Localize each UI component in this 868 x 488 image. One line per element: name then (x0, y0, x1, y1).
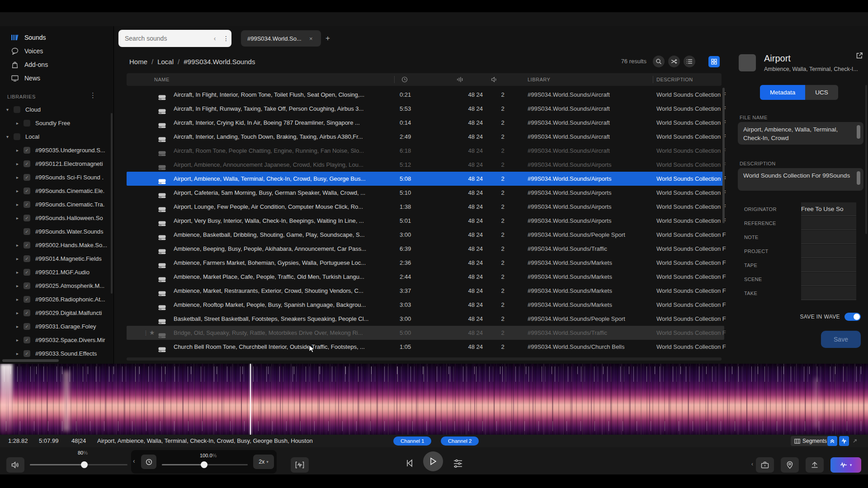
new-tab-button[interactable] (323, 33, 333, 43)
library-tree-item[interactable]: #99Sounds Sci-Fi Sound . (0, 170, 114, 184)
library-tree-item[interactable]: #99Sounds.Cinematic.Ele. (0, 184, 114, 197)
column-header-description[interactable]: DESCRIPTION (656, 73, 693, 86)
metadata-input[interactable] (801, 216, 856, 230)
tab-metadata[interactable]: Metadata (760, 85, 805, 100)
table-row[interactable]: Airport, Cafeteria, 5am Morning, Busy, G… (127, 186, 724, 200)
table-row[interactable]: Basketball, Street Basketball, Footsteps… (127, 312, 724, 326)
column-divider[interactable] (394, 76, 395, 83)
collapse-group-icon[interactable] (133, 457, 135, 465)
library-checkbox[interactable] (24, 201, 30, 208)
channel-2-button[interactable]: Channel 2 (441, 436, 479, 446)
library-checkbox[interactable] (14, 133, 20, 140)
speed-dropdown[interactable]: 2x (253, 455, 274, 469)
open-external-button[interactable] (855, 52, 863, 61)
column-header-channels[interactable] (491, 77, 497, 82)
zoom-slider[interactable] (162, 464, 248, 465)
library-checkbox[interactable] (24, 242, 30, 249)
column-header-duration[interactable] (401, 76, 408, 83)
search-options-icon[interactable] (221, 35, 231, 42)
column-header-samplerate[interactable] (457, 77, 464, 82)
zoom-slider-handle[interactable] (201, 461, 208, 468)
save-button[interactable]: Save (821, 331, 861, 348)
field-scrollbar[interactable] (857, 125, 860, 139)
table-row[interactable]: Ambience, Beeping, Busy, People, Akihaba… (127, 242, 724, 256)
library-tree-item[interactable]: #99S035.Underground.S... (0, 143, 114, 157)
library-tree-item[interactable]: #99Sounds.Halloween.So (0, 211, 114, 225)
sidebar-item-add-ons[interactable]: Add-ons (0, 58, 113, 71)
tab-current-library[interactable]: #99S034.World.So... (241, 30, 321, 47)
expand-arrow-icon[interactable] (16, 161, 24, 166)
loop-region-button[interactable] (291, 457, 309, 473)
wave-marker[interactable] (783, 364, 784, 435)
table-row[interactable]: Airport, Ambience, Announcement Japanese… (127, 158, 724, 172)
metadata-input[interactable] (801, 286, 856, 300)
table-row[interactable]: Ambience, Market Place, Cafe, People, Tr… (127, 270, 724, 284)
library-checkbox[interactable] (24, 228, 30, 235)
library-tree-item[interactable]: #99S032.Space.Divers.Mir (0, 333, 114, 347)
library-tree-item[interactable]: #99S025.Atmospherik.M... (0, 279, 114, 292)
library-tree-item[interactable]: #99S026.Radiophonic.At... (0, 292, 114, 306)
table-row[interactable]: Ambience, Basketball, Dribbling, Shoutin… (127, 228, 724, 242)
breadcrumb-home[interactable]: Home (129, 58, 147, 66)
library-checkbox[interactable] (24, 160, 30, 167)
grid-view-button-active[interactable] (708, 56, 720, 67)
field-scrollbar[interactable] (857, 171, 860, 185)
expand-arrow-icon[interactable] (16, 297, 24, 302)
library-tree-item[interactable]: #99Sounds.Cinematic.Tra. (0, 197, 114, 211)
expand-arrow-icon[interactable] (6, 134, 14, 139)
library-tree-item[interactable]: #99S021.MGF.Audio (0, 265, 114, 279)
expand-arrow-icon[interactable] (16, 338, 24, 343)
expand-arrow-icon[interactable] (16, 188, 24, 193)
library-tree-item[interactable]: #99S029.Digital.Malfuncti (0, 306, 114, 319)
segments-button[interactable]: Segments (791, 436, 830, 446)
row-menu-icon[interactable] (143, 326, 149, 340)
description-field[interactable]: World Sounds Collection For 99Sounds (738, 168, 863, 191)
library-tree-item[interactable]: Cloud (0, 103, 114, 116)
expand-arrow-icon[interactable] (16, 283, 24, 288)
library-checkbox[interactable] (24, 310, 30, 316)
expand-arrow-icon[interactable] (16, 324, 24, 329)
expand-arrow-icon[interactable] (16, 202, 24, 207)
toolbox-button[interactable] (756, 457, 774, 473)
play-button[interactable] (423, 451, 443, 471)
table-row[interactable]: Aircraft, Interior, Landing, Touch Down,… (127, 130, 724, 144)
expand-arrow-icon[interactable] (16, 256, 24, 261)
expand-arrow-icon[interactable] (16, 216, 24, 221)
library-checkbox[interactable] (24, 255, 30, 262)
library-checkbox[interactable] (14, 106, 20, 113)
library-checkbox[interactable] (24, 282, 30, 289)
library-tree-item[interactable]: #99S002.Hands.Make.So... (0, 238, 114, 252)
expand-arrow-icon[interactable] (16, 175, 24, 180)
library-tree-item[interactable]: #99S033.Sound.Effects (0, 347, 114, 360)
breadcrumb-local[interactable]: Local (157, 58, 174, 66)
breadcrumb-library[interactable]: #99S034.World.Sounds (184, 58, 255, 66)
location-marker-button[interactable] (781, 457, 799, 473)
tab-close-icon[interactable] (309, 35, 321, 42)
library-checkbox[interactable] (24, 188, 30, 194)
table-row[interactable]: Aircraft, Room Tone, People Chatting, En… (127, 144, 724, 158)
library-checkbox[interactable] (24, 296, 30, 303)
library-checkbox[interactable] (24, 215, 30, 221)
metadata-input[interactable]: Free To Use So (801, 202, 856, 216)
table-row[interactable]: Church Bell Room Tone, Churchbell Interi… (127, 340, 724, 354)
library-checkbox[interactable] (24, 147, 30, 154)
tab-ucs[interactable]: UCS (805, 85, 838, 100)
metadata-input[interactable] (801, 230, 856, 244)
filter-search-button[interactable] (653, 56, 665, 67)
column-divider[interactable] (653, 76, 653, 83)
expand-corner-button[interactable] (850, 436, 860, 446)
table-row[interactable]: Bridge, Old, Squeaky, Rusty, Rattle, Mot… (127, 326, 724, 340)
collapse-wave-button[interactable] (827, 436, 837, 446)
library-checkbox[interactable] (24, 350, 30, 357)
table-horizontal-scrollbar[interactable] (127, 357, 722, 361)
table-row[interactable]: Aircraft, In Flight, Interior, Room Tone… (127, 88, 724, 102)
table-row[interactable]: Airport, Ambience, Walla, Terminal, Chec… (127, 172, 724, 186)
library-tree-item[interactable]: #99S014.Magnetic.Fields (0, 252, 114, 265)
channel-1-button[interactable]: Channel 1 (393, 436, 431, 446)
table-row[interactable]: Ambience, Rooftop Market, People, Busy, … (127, 298, 724, 312)
expand-arrow-icon[interactable] (16, 121, 24, 126)
search-history-chevron-icon[interactable] (209, 35, 221, 42)
shuffle-button[interactable] (668, 56, 680, 67)
expand-arrow-icon[interactable] (16, 243, 24, 248)
playback-settings-button[interactable] (453, 459, 463, 469)
